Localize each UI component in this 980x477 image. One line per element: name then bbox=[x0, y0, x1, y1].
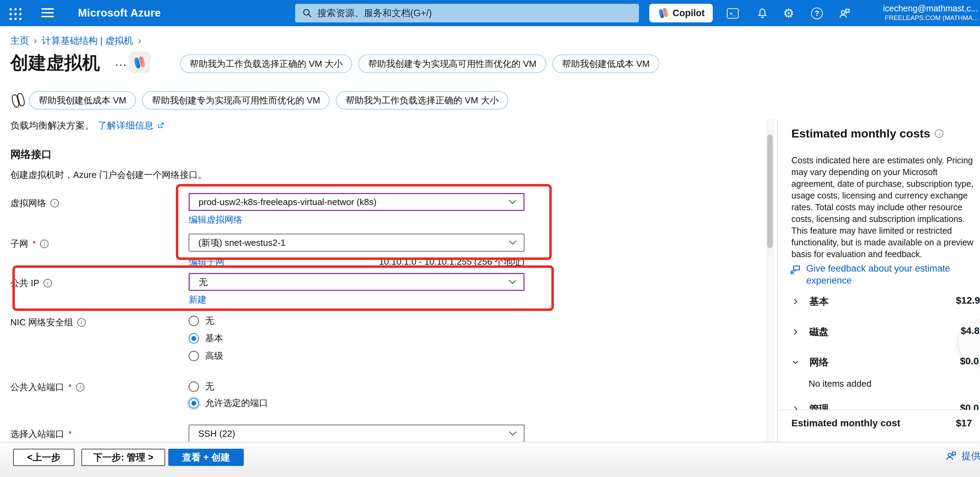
cost-panel-title: Estimated monthly costs bbox=[791, 127, 943, 140]
nsg-option-advanced[interactable]: 高级 bbox=[189, 350, 223, 362]
public-ip-select[interactable]: 无 bbox=[189, 273, 525, 291]
estimate-feedback-link[interactable]: Give feedback about your estimate experi… bbox=[790, 262, 969, 287]
cost-price-network: $0.0 bbox=[960, 356, 979, 367]
chevron-right-icon bbox=[29, 35, 42, 46]
section-description: 创建虚拟机时，Azure 门户会创建一个网络接口。 bbox=[10, 169, 207, 181]
waffle-icon[interactable] bbox=[8, 7, 21, 20]
info-icon[interactable] bbox=[77, 318, 86, 327]
cost-price-disk: $4.8 bbox=[961, 325, 980, 336]
radio-unselected-icon[interactable] bbox=[189, 382, 199, 392]
chip-low-cost-2[interactable]: 帮助我创建低成本 VM bbox=[29, 91, 136, 110]
feedback-person-icon bbox=[945, 450, 957, 462]
chevron-down-icon bbox=[509, 240, 517, 245]
account-email: icecheng@mathmast.c... bbox=[883, 3, 978, 14]
top-bar: Microsoft Azure 搜索资源、服务和文档(G+/) Copilot bbox=[0, 0, 980, 26]
previous-button[interactable]: <上一步 bbox=[13, 449, 75, 466]
cloud-shell-icon[interactable] bbox=[725, 6, 740, 21]
chevron-right-icon[interactable] bbox=[791, 328, 800, 336]
copilot-outline-icon bbox=[10, 92, 26, 108]
inbound-option-allow-selected[interactable]: 允许选定的端口 bbox=[189, 397, 268, 409]
scrolled-text-clipped: 负载均衡解决方案。 了解详细信息 bbox=[10, 121, 321, 134]
info-icon[interactable] bbox=[43, 279, 52, 288]
edit-subnet-link[interactable]: 编辑子网 bbox=[189, 256, 224, 268]
chip-high-availability[interactable]: 帮助我创建专为实现高可用性而优化的 VM bbox=[358, 54, 546, 73]
chevron-right-icon[interactable] bbox=[791, 297, 800, 306]
cost-row-disk: 磁盘 bbox=[791, 325, 829, 339]
load-balancer-text: 负载均衡解决方案。 bbox=[10, 121, 94, 132]
nsg-option-none[interactable]: 无 bbox=[189, 315, 214, 327]
subnet-select[interactable]: (新项) snet-westus2-1 bbox=[189, 234, 525, 251]
public-ip-select-value: 无 bbox=[199, 276, 208, 288]
panel-divider bbox=[777, 119, 778, 442]
copilot-button[interactable]: Copilot bbox=[649, 4, 713, 22]
subnet-select-value: (新项) snet-westus2-1 bbox=[198, 237, 286, 249]
cost-panel-footer: Estimated monthly cost $17 bbox=[778, 410, 980, 442]
chip-low-cost[interactable]: 帮助我创建低成本 VM bbox=[552, 54, 659, 73]
edit-vnet-link[interactable]: 编辑虚拟网络 bbox=[189, 214, 242, 226]
chip-vm-size[interactable]: 帮助我为工作负载选择正确的 VM 大小 bbox=[180, 54, 352, 73]
cost-network-empty: No items added bbox=[809, 378, 871, 389]
select-ports-select[interactable]: SSH (22) bbox=[189, 425, 525, 442]
chip-vm-size-2[interactable]: 帮助我为工作负载选择正确的 VM 大小 bbox=[336, 91, 508, 110]
scrollbar-thumb[interactable] bbox=[767, 134, 773, 248]
external-link-icon bbox=[157, 122, 164, 129]
total-cost-value: $17 bbox=[956, 418, 972, 429]
settings-gear-icon[interactable]: ⚙ bbox=[781, 6, 796, 21]
chevron-down-icon bbox=[508, 280, 517, 285]
nsg-option-basic[interactable]: 基本 bbox=[189, 332, 223, 344]
vnet-select-value: prod-usw2-k8s-freeleaps-virtual-networ (… bbox=[199, 197, 377, 207]
learn-more-link[interactable]: 了解详细信息 bbox=[98, 121, 153, 132]
chevron-down-icon bbox=[509, 431, 517, 436]
breadcrumb-home[interactable]: 主页 bbox=[10, 35, 29, 47]
radio-unselected-icon[interactable] bbox=[189, 351, 199, 361]
chevron-down-icon bbox=[508, 200, 517, 205]
vnet-select[interactable]: prod-usw2-k8s-freeleaps-virtual-networ (… bbox=[189, 193, 525, 211]
cost-row-basic: 基本 bbox=[791, 295, 829, 308]
inbound-option-none[interactable]: 无 bbox=[189, 380, 214, 393]
copilot-suggestion-chips-top: 帮助我为工作负载选择正确的 VM 大小 帮助我创建专为实现高可用性而优化的 VM… bbox=[180, 54, 659, 73]
subnet-label: 子网 * bbox=[10, 238, 49, 250]
select-ports-value: SSH (22) bbox=[198, 428, 235, 439]
chevron-down-icon[interactable] bbox=[791, 358, 800, 366]
select-ports-label: 选择入站端口 * bbox=[10, 428, 72, 440]
radio-unselected-icon[interactable] bbox=[189, 316, 199, 326]
page-title: 创建虚拟机 bbox=[10, 51, 100, 75]
help-icon[interactable] bbox=[810, 6, 824, 21]
copilot-badge[interactable] bbox=[129, 52, 150, 73]
copilot-icon bbox=[133, 56, 146, 69]
account-tenant: FREELEAPS.COM (MATHMA... bbox=[883, 14, 978, 22]
notifications-bell-icon[interactable] bbox=[755, 6, 770, 21]
hamburger-menu-icon[interactable] bbox=[41, 8, 54, 18]
footer-bar: <上一步 下一步: 管理 > 查看 + 创建 提供 bbox=[0, 442, 980, 477]
chip-high-availability-2[interactable]: 帮助我创建专为实现高可用性而优化的 VM bbox=[142, 91, 330, 110]
info-icon[interactable] bbox=[76, 383, 84, 391]
product-name[interactable]: Microsoft Azure bbox=[78, 7, 161, 19]
breadcrumb: 主页 计算基础结构 | 虚拟机 bbox=[10, 35, 146, 47]
info-icon[interactable] bbox=[40, 240, 49, 248]
cost-disclaimer: Costs indicated here are estimates only.… bbox=[791, 154, 979, 260]
vnet-label: 虚拟网络 bbox=[10, 197, 59, 209]
info-icon[interactable] bbox=[935, 129, 943, 138]
feedback-bubbles-icon bbox=[790, 262, 801, 287]
subnet-address-range: 10.10.1.0 - 10.10.1.255 (256 个地址) bbox=[379, 256, 525, 268]
review-create-button[interactable]: 查看 + 创建 bbox=[168, 449, 244, 466]
copilot-icon bbox=[658, 7, 669, 19]
inbound-ports-label: 公共入站端口 * bbox=[10, 381, 84, 393]
next-management-button[interactable]: 下一步: 管理 > bbox=[81, 449, 165, 466]
copilot-suggestion-chips-second: 帮助我创建低成本 VM 帮助我创建专为实现高可用性而优化的 VM 帮助我为工作负… bbox=[29, 91, 508, 110]
search-input[interactable]: 搜索资源、服务和文档(G+/) bbox=[295, 4, 639, 22]
search-placeholder: 搜索资源、服务和文档(G+/) bbox=[317, 7, 432, 19]
create-new-ip-link[interactable]: 新建 bbox=[189, 294, 207, 306]
info-icon[interactable] bbox=[50, 199, 59, 207]
nsg-label: NIC 网络安全组 bbox=[10, 316, 86, 328]
section-title-network-interface: 网络接口 bbox=[10, 148, 52, 162]
account-info[interactable]: icecheng@mathmast.c... FREELEAPS.COM (MA… bbox=[883, 3, 978, 22]
breadcrumb-section[interactable]: 计算基础结构 | 虚拟机 bbox=[42, 35, 133, 47]
more-options-button[interactable]: … bbox=[115, 54, 127, 69]
subnet-meta-row: 编辑子网 10.10.1.0 - 10.10.1.255 (256 个地址) bbox=[189, 256, 525, 268]
public-ip-label: 公共 IP bbox=[10, 277, 52, 289]
radio-selected-icon[interactable] bbox=[189, 398, 199, 409]
feedback-icon[interactable] bbox=[837, 6, 852, 21]
footer-feedback-link[interactable]: 提供 bbox=[945, 450, 980, 463]
radio-selected-icon[interactable] bbox=[189, 333, 199, 343]
